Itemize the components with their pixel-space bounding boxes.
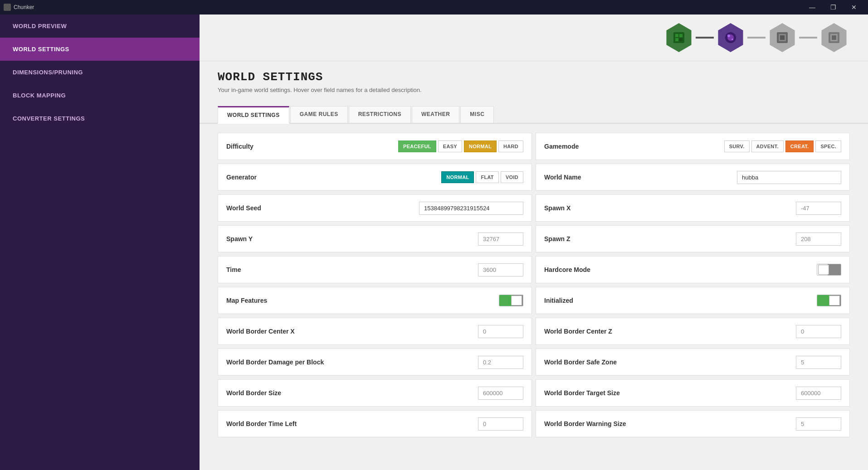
gamemode-surv-btn[interactable]: SURV.: [724, 141, 750, 152]
step-4[interactable]: [818, 22, 850, 53]
tab-restrictions[interactable]: RESTRICTIONS: [349, 106, 411, 123]
spawn-z-label: Spawn Z: [544, 235, 571, 242]
world-border-damage-per-block-input[interactable]: [478, 356, 523, 369]
spawn-z-input[interactable]: [796, 233, 841, 246]
sidebar-item-block-mapping[interactable]: Block Mapping: [0, 84, 200, 107]
world-border-safe-zone-label: World Border Safe Zone: [544, 359, 617, 366]
world-name-label: World Name: [544, 174, 581, 181]
connector-2-3: [747, 37, 766, 39]
hardcore-mode-toggle[interactable]: [817, 264, 841, 276]
world-border-center-z-input[interactable]: [796, 325, 841, 338]
world-border-size-label: World Border Size: [226, 389, 281, 397]
world-border-center-z-label: World Border Center Z: [544, 328, 612, 335]
world-border-safe-zone-input[interactable]: [796, 356, 841, 369]
setting-initialized: Initialized: [536, 287, 850, 314]
world-border-time-left-label: World Border Time Left: [226, 420, 297, 427]
page-subtitle: Your in-game world settings. Hover over …: [218, 87, 850, 93]
svg-rect-0: [673, 32, 684, 43]
gamemode-label: Gamemode: [544, 143, 579, 150]
tab-misc[interactable]: MISC: [460, 106, 494, 123]
world-border-target-size-input[interactable]: [796, 387, 841, 400]
setting-gamemode: Gamemode SURV. ADVENT. CREAT. SPEC.: [536, 133, 850, 160]
titlebar-controls: — ❐ ✕: [802, 0, 864, 15]
step-2-hex: [716, 23, 745, 52]
svg-rect-3: [675, 38, 678, 41]
tab-game-rules[interactable]: GAME RULES: [290, 106, 348, 123]
spawn-y-label: Spawn Y: [226, 235, 253, 242]
setting-world-border-center-z: World Border Center Z: [536, 318, 850, 345]
difficulty-peaceful-btn[interactable]: PEACEFUL: [398, 141, 436, 152]
app-icon: [4, 4, 11, 11]
world-seed-input[interactable]: [419, 202, 523, 215]
setting-hardcore-mode: Hardcore Mode: [536, 256, 850, 283]
map-features-knob: [511, 296, 522, 305]
world-border-damage-per-block-control: [478, 356, 523, 369]
setting-world-border-center-x: World Border Center X: [218, 318, 532, 345]
step-3-hex: [768, 23, 797, 52]
spawn-y-input[interactable]: [478, 233, 523, 246]
world-border-warning-size-input[interactable]: [796, 417, 841, 431]
gamemode-advent-btn[interactable]: ADVENT.: [751, 141, 784, 152]
svg-rect-1: [675, 34, 678, 37]
map-features-toggle[interactable]: [499, 295, 523, 306]
difficulty-normal-btn[interactable]: NORMAL: [464, 141, 497, 152]
tab-weather[interactable]: WEATHER: [412, 106, 459, 123]
world-seed-control: [419, 202, 523, 215]
world-border-target-size-label: World Border Target Size: [544, 389, 620, 397]
initialized-toggle[interactable]: [817, 295, 841, 306]
generator-normal-btn[interactable]: NORMAL: [441, 171, 474, 183]
app-body: World Preview World Settings Dimensions/…: [0, 15, 868, 470]
hardcore-mode-knob: [818, 265, 829, 275]
world-name-input[interactable]: [737, 171, 841, 184]
restore-button[interactable]: ❐: [823, 0, 844, 15]
generator-flat-btn[interactable]: FLAT: [476, 171, 499, 183]
world-border-time-left-input[interactable]: [478, 417, 523, 431]
time-input[interactable]: [478, 263, 523, 276]
world-border-center-x-input[interactable]: [478, 325, 523, 338]
gamemode-spec-btn[interactable]: SPEC.: [815, 141, 841, 152]
hardcore-mode-control: [817, 264, 841, 276]
setting-world-border-size: World Border Size: [218, 379, 532, 407]
difficulty-easy-btn[interactable]: EASY: [438, 141, 462, 152]
world-border-center-x-label: World Border Center X: [226, 328, 295, 335]
world-border-center-z-control: [796, 325, 841, 338]
setting-world-border-warning-size: World Border Warning Size: [536, 410, 850, 437]
step-2[interactable]: [715, 22, 746, 53]
sidebar-item-converter-settings[interactable]: Converter Settings: [0, 107, 200, 130]
sidebar-item-dimensions-pruning[interactable]: Dimensions/Pruning: [0, 61, 200, 84]
spawn-x-input[interactable]: [796, 202, 841, 215]
world-border-size-control: [478, 387, 523, 400]
generator-void-btn[interactable]: VOID: [501, 171, 523, 183]
setting-time: Time: [218, 256, 532, 283]
gamemode-controls: SURV. ADVENT. CREAT. SPEC.: [724, 141, 841, 152]
initialized-control: [817, 295, 841, 306]
setting-world-seed: World Seed: [218, 194, 532, 222]
setting-map-features: Map Features: [218, 287, 532, 314]
svg-rect-14: [832, 35, 836, 40]
map-features-control: [499, 295, 523, 306]
world-name-control: [737, 171, 841, 184]
setting-world-border-damage-per-block: World Border Damage per Block: [218, 349, 532, 376]
tab-world-settings[interactable]: WORLD SETTINGS: [218, 106, 289, 124]
step-3[interactable]: [766, 22, 798, 53]
spawn-y-control: [478, 233, 523, 246]
difficulty-label: Difficulty: [226, 143, 254, 150]
sidebar: World Preview World Settings Dimensions/…: [0, 15, 200, 470]
spawn-z-control: [796, 233, 841, 246]
gamemode-creat-btn[interactable]: CREAT.: [785, 141, 814, 152]
world-border-warning-size-label: World Border Warning Size: [544, 420, 626, 427]
sidebar-item-world-settings[interactable]: World Settings: [0, 38, 200, 61]
setting-generator: Generator NORMAL FLAT VOID: [218, 164, 532, 191]
close-button[interactable]: ✕: [844, 0, 864, 15]
svg-rect-4: [679, 38, 683, 41]
step-1[interactable]: [663, 22, 695, 53]
minimize-button[interactable]: —: [802, 0, 823, 15]
world-border-size-input[interactable]: [478, 387, 523, 400]
page-title-area: WORLD SETTINGS Your in-game world settin…: [200, 61, 868, 93]
app-title: Chunker: [14, 4, 34, 10]
sidebar-item-world-preview[interactable]: World Preview: [0, 15, 200, 38]
map-features-label: Map Features: [226, 297, 267, 304]
difficulty-hard-btn[interactable]: HARD: [498, 141, 523, 152]
time-label: Time: [226, 266, 241, 273]
time-control: [478, 263, 523, 276]
